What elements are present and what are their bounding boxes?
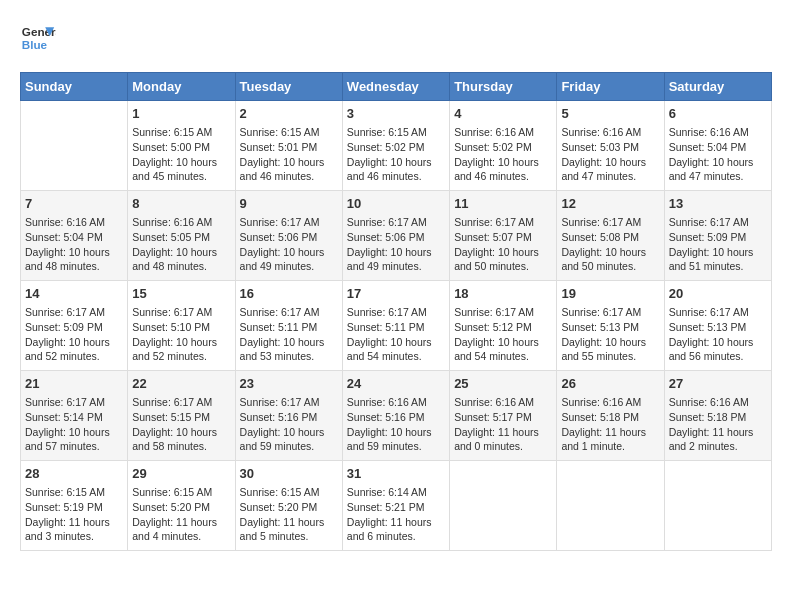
day-cell: 21Sunrise: 6:17 AMSunset: 5:14 PMDayligh… <box>21 371 128 461</box>
day-info-text: Sunrise: 6:17 AM <box>25 305 123 320</box>
day-cell: 16Sunrise: 6:17 AMSunset: 5:11 PMDayligh… <box>235 281 342 371</box>
day-info-text: Sunrise: 6:17 AM <box>669 305 767 320</box>
day-info-text: Sunset: 5:16 PM <box>240 410 338 425</box>
day-cell: 12Sunrise: 6:17 AMSunset: 5:08 PMDayligh… <box>557 191 664 281</box>
day-info-text: Sunrise: 6:14 AM <box>347 485 445 500</box>
day-info-text: Sunrise: 6:17 AM <box>561 305 659 320</box>
day-info-text: Sunrise: 6:15 AM <box>240 485 338 500</box>
day-info-text: and 47 minutes. <box>669 169 767 184</box>
day-number: 27 <box>669 375 767 393</box>
day-info-text: Sunset: 5:17 PM <box>454 410 552 425</box>
day-number: 12 <box>561 195 659 213</box>
day-cell: 18Sunrise: 6:17 AMSunset: 5:12 PMDayligh… <box>450 281 557 371</box>
day-number: 20 <box>669 285 767 303</box>
day-info-text: Sunset: 5:13 PM <box>669 320 767 335</box>
day-info-text: Daylight: 10 hours <box>561 155 659 170</box>
day-info-text: Daylight: 10 hours <box>240 335 338 350</box>
day-info-text: Sunset: 5:19 PM <box>25 500 123 515</box>
day-info-text: Daylight: 11 hours <box>240 515 338 530</box>
day-info-text: Sunset: 5:10 PM <box>132 320 230 335</box>
header-cell-thursday: Thursday <box>450 73 557 101</box>
day-info-text: and 50 minutes. <box>561 259 659 274</box>
day-number: 4 <box>454 105 552 123</box>
day-info-text: Sunrise: 6:17 AM <box>669 215 767 230</box>
day-info-text: Sunset: 5:18 PM <box>669 410 767 425</box>
day-info-text: Sunset: 5:04 PM <box>669 140 767 155</box>
day-info-text: Sunrise: 6:17 AM <box>132 305 230 320</box>
day-info-text: Daylight: 11 hours <box>669 425 767 440</box>
day-info-text: Sunset: 5:03 PM <box>561 140 659 155</box>
day-cell: 30Sunrise: 6:15 AMSunset: 5:20 PMDayligh… <box>235 461 342 551</box>
day-info-text: Daylight: 10 hours <box>454 335 552 350</box>
day-cell <box>450 461 557 551</box>
day-info-text: and 54 minutes. <box>454 349 552 364</box>
day-info-text: Daylight: 10 hours <box>669 335 767 350</box>
day-info-text: and 54 minutes. <box>347 349 445 364</box>
day-number: 16 <box>240 285 338 303</box>
day-info-text: Daylight: 10 hours <box>347 335 445 350</box>
day-info-text: Daylight: 10 hours <box>25 425 123 440</box>
day-info-text: Sunrise: 6:17 AM <box>561 215 659 230</box>
day-info-text: Sunset: 5:11 PM <box>347 320 445 335</box>
day-info-text: Sunrise: 6:16 AM <box>669 125 767 140</box>
day-info-text: Sunset: 5:06 PM <box>347 230 445 245</box>
header-cell-friday: Friday <box>557 73 664 101</box>
day-cell: 9Sunrise: 6:17 AMSunset: 5:06 PMDaylight… <box>235 191 342 281</box>
header-cell-wednesday: Wednesday <box>342 73 449 101</box>
header-row: SundayMondayTuesdayWednesdayThursdayFrid… <box>21 73 772 101</box>
day-info-text: Sunset: 5:01 PM <box>240 140 338 155</box>
day-cell: 13Sunrise: 6:17 AMSunset: 5:09 PMDayligh… <box>664 191 771 281</box>
day-info-text: Sunset: 5:15 PM <box>132 410 230 425</box>
day-info-text: Daylight: 11 hours <box>132 515 230 530</box>
day-info-text: and 3 minutes. <box>25 529 123 544</box>
week-row-2: 7Sunrise: 6:16 AMSunset: 5:04 PMDaylight… <box>21 191 772 281</box>
day-info-text: Daylight: 11 hours <box>347 515 445 530</box>
day-info-text: and 48 minutes. <box>25 259 123 274</box>
day-number: 19 <box>561 285 659 303</box>
day-cell: 14Sunrise: 6:17 AMSunset: 5:09 PMDayligh… <box>21 281 128 371</box>
calendar-body: 1Sunrise: 6:15 AMSunset: 5:00 PMDaylight… <box>21 101 772 551</box>
day-info-text: Daylight: 10 hours <box>669 155 767 170</box>
header-cell-sunday: Sunday <box>21 73 128 101</box>
day-number: 1 <box>132 105 230 123</box>
day-info-text: Sunrise: 6:15 AM <box>347 125 445 140</box>
day-info-text: Sunrise: 6:15 AM <box>25 485 123 500</box>
day-info-text: and 51 minutes. <box>669 259 767 274</box>
day-number: 18 <box>454 285 552 303</box>
day-number: 30 <box>240 465 338 483</box>
day-number: 11 <box>454 195 552 213</box>
day-cell: 20Sunrise: 6:17 AMSunset: 5:13 PMDayligh… <box>664 281 771 371</box>
day-info-text: Daylight: 10 hours <box>132 245 230 260</box>
day-number: 2 <box>240 105 338 123</box>
day-info-text: and 52 minutes. <box>25 349 123 364</box>
day-cell: 15Sunrise: 6:17 AMSunset: 5:10 PMDayligh… <box>128 281 235 371</box>
day-number: 28 <box>25 465 123 483</box>
day-cell: 22Sunrise: 6:17 AMSunset: 5:15 PMDayligh… <box>128 371 235 461</box>
day-info-text: Sunrise: 6:17 AM <box>240 305 338 320</box>
day-info-text: Sunrise: 6:16 AM <box>347 395 445 410</box>
day-cell: 23Sunrise: 6:17 AMSunset: 5:16 PMDayligh… <box>235 371 342 461</box>
week-row-5: 28Sunrise: 6:15 AMSunset: 5:19 PMDayligh… <box>21 461 772 551</box>
day-info-text: Sunrise: 6:15 AM <box>240 125 338 140</box>
day-info-text: Sunset: 5:02 PM <box>347 140 445 155</box>
day-info-text: and 59 minutes. <box>240 439 338 454</box>
day-cell: 17Sunrise: 6:17 AMSunset: 5:11 PMDayligh… <box>342 281 449 371</box>
day-number: 24 <box>347 375 445 393</box>
day-number: 7 <box>25 195 123 213</box>
day-info-text: Sunrise: 6:15 AM <box>132 125 230 140</box>
day-info-text: and 57 minutes. <box>25 439 123 454</box>
header-cell-tuesday: Tuesday <box>235 73 342 101</box>
day-info-text: Daylight: 10 hours <box>132 335 230 350</box>
day-number: 9 <box>240 195 338 213</box>
day-info-text: Daylight: 10 hours <box>347 425 445 440</box>
day-info-text: Sunrise: 6:17 AM <box>347 305 445 320</box>
day-info-text: and 53 minutes. <box>240 349 338 364</box>
day-cell <box>557 461 664 551</box>
day-info-text: Sunset: 5:13 PM <box>561 320 659 335</box>
day-info-text: Sunrise: 6:16 AM <box>561 125 659 140</box>
day-cell: 19Sunrise: 6:17 AMSunset: 5:13 PMDayligh… <box>557 281 664 371</box>
day-info-text: and 5 minutes. <box>240 529 338 544</box>
day-info-text: Sunrise: 6:16 AM <box>454 125 552 140</box>
day-info-text: Daylight: 10 hours <box>454 155 552 170</box>
day-info-text: Sunset: 5:16 PM <box>347 410 445 425</box>
